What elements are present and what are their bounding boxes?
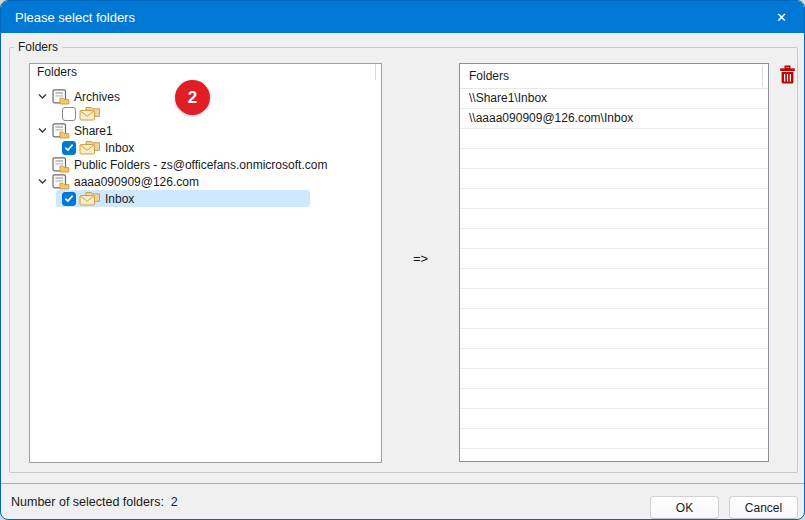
folder-tree-panel: Folders ArchivesShare1InboxPublic Folder…	[29, 63, 382, 463]
mailfolder-icon	[79, 191, 101, 206]
folder-checkbox[interactable]	[62, 141, 76, 155]
column-divider	[762, 66, 763, 87]
tree-item[interactable]: Share1	[30, 122, 381, 139]
chevron-down-icon[interactable]	[37, 125, 48, 136]
tree-item-label: Public Folders - zs@officefans.onmicroso…	[74, 158, 327, 172]
cancel-button[interactable]: Cancel	[729, 496, 798, 519]
mailfolder-icon	[79, 106, 101, 121]
tree-item-label: Share1	[74, 124, 113, 138]
column-divider	[375, 64, 376, 80]
account-icon	[52, 89, 70, 105]
list-column-header: Folders	[460, 64, 768, 89]
transfer-arrow-label: =>	[382, 251, 459, 266]
tree-item[interactable]: Inbox	[30, 190, 381, 207]
window-title: Please select folders	[1, 10, 135, 25]
account-icon	[52, 174, 70, 190]
annotation-badge: 2	[175, 80, 210, 115]
chevron-down-icon[interactable]	[37, 176, 48, 187]
tree-item-label: Inbox	[105, 141, 134, 155]
tree-item-label: aaaa090909@126.com	[74, 175, 199, 189]
titlebar: Please select folders ✕	[1, 1, 804, 33]
list-header-label: Folders	[469, 69, 509, 83]
selected-folder-row[interactable]: \\aaaa090909@126.com\Inbox	[460, 109, 768, 129]
groupbox-label: Folders	[14, 40, 62, 54]
tree-item-label: Inbox	[105, 192, 134, 206]
tree-item[interactable]: aaaa090909@126.com	[30, 173, 381, 190]
tree-item[interactable]: Inbox	[30, 139, 381, 156]
status-bar: Number of selected folders: 2	[11, 483, 178, 520]
selected-list-body: \\Share1\Inbox\\aaaa090909@126.com\Inbox	[460, 89, 768, 461]
selected-folder-row[interactable]: \\Share1\Inbox	[460, 89, 768, 109]
badge-value: 2	[188, 88, 197, 108]
account-icon	[52, 157, 70, 173]
dialog-window: Please select folders ✕ Folders Folders …	[0, 0, 805, 520]
delete-button[interactable]	[777, 65, 797, 87]
status-label: Number of selected folders:	[11, 495, 164, 509]
folder-checkbox[interactable]	[62, 192, 76, 206]
chevron-down-icon[interactable]	[37, 91, 48, 102]
account-icon	[52, 123, 70, 139]
tree-item-label: Archives	[74, 90, 120, 104]
tree-item[interactable]: Public Folders - zs@officefans.onmicroso…	[30, 156, 381, 173]
close-icon: ✕	[776, 10, 787, 25]
tree-column-header: Folders	[30, 64, 381, 80]
trash-icon	[779, 65, 796, 89]
ok-button[interactable]: OK	[650, 496, 719, 519]
tree-header-label: Folders	[37, 65, 77, 79]
folder-checkbox[interactable]	[62, 107, 76, 121]
close-button[interactable]: ✕	[759, 1, 804, 33]
selected-count: 2	[171, 495, 178, 509]
mailfolder-icon	[79, 140, 101, 155]
selected-folders-panel: Folders \\Share1\Inbox\\aaaa090909@126.c…	[459, 63, 769, 462]
